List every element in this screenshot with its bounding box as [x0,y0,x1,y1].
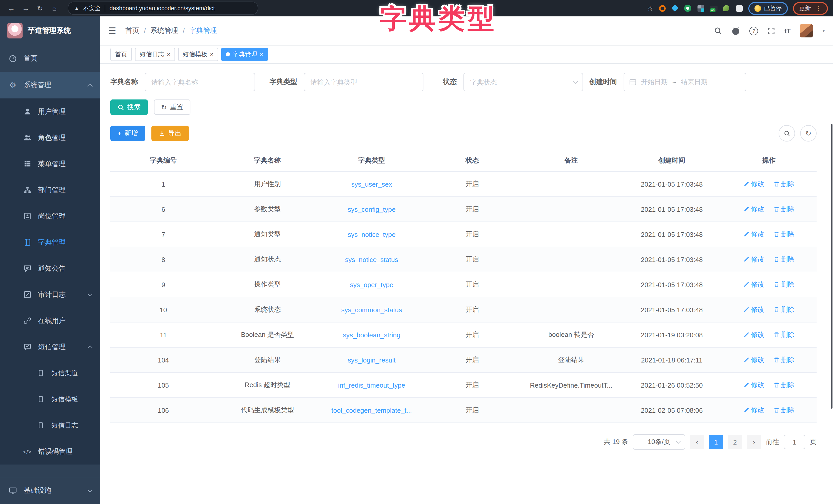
breadcrumb-separator: / [144,27,146,34]
sidebar-item-user[interactable]: 用户管理 [0,98,100,125]
dict-name-input[interactable] [145,73,255,91]
sidebar-item-dict[interactable]: 字典管理 [0,229,100,255]
breadcrumb-item[interactable]: 系统管理 [150,26,178,35]
dashboard-icon [8,54,18,62]
tab-sms-template[interactable]: 短信模板 × [178,48,218,61]
tab-home[interactable]: 首页 [110,48,132,61]
delete-link[interactable]: 删除 [774,179,794,189]
sidebar-item-errcode[interactable]: </> 错误码管理 [0,438,100,464]
close-icon[interactable]: × [210,51,214,57]
scrollbar-thumb[interactable] [831,124,832,409]
dict-type-link[interactable]: sys_config_type [348,205,396,213]
sidebar-item-sms-channel[interactable]: 短信渠道 [0,360,100,386]
edit-link[interactable]: 修改 [743,205,764,214]
delete-link[interactable]: 删除 [774,280,794,289]
profile-paused-button[interactable]: 已暂停 [748,2,788,15]
delete-link[interactable]: 删除 [774,230,794,239]
dict-type-link[interactable]: inf_redis_timeout_type [338,381,405,389]
edit-link[interactable]: 修改 [743,280,764,289]
hamburger-icon[interactable]: ☰ [108,25,116,36]
sidebar-item-audit[interactable]: 审计日志 [0,281,100,308]
dict-type-link[interactable]: tool_codegen_template_t... [331,406,412,414]
delete-link[interactable]: 删除 [774,330,794,339]
date-range-picker[interactable]: 开始日期 ~ 结束日期 [624,73,746,91]
close-icon[interactable]: × [260,51,263,57]
sidebar-item-sms-log[interactable]: 短信日志 [0,412,100,438]
github-icon[interactable] [731,26,740,35]
browser-forward-icon[interactable]: → [20,2,32,14]
extension-leaf-icon[interactable] [722,4,730,12]
sidebar-item-menu[interactable]: 菜单管理 [0,151,100,177]
dict-type-link[interactable]: sys_boolean_string [343,331,400,339]
sidebar-item-dept[interactable]: 部门管理 [0,177,100,203]
browser-home-icon[interactable]: ⌂ [48,2,61,14]
extension-puzzle-icon[interactable] [735,4,743,12]
page-size-select[interactable]: 10条/页 [633,434,685,450]
tab-dict[interactable]: 字典管理 × [221,48,268,61]
search-button[interactable]: 搜索 [110,99,148,115]
reset-button[interactable]: ↻ 重置 [154,99,190,115]
edit-link[interactable]: 修改 [743,355,764,364]
prev-page-button[interactable]: ‹ [690,435,704,449]
browser-update-button[interactable]: 更新 ⋮ [793,2,828,15]
dict-type-link[interactable]: sys_oper_type [350,281,394,288]
delete-link[interactable]: 删除 [774,255,794,264]
status-select[interactable] [463,73,583,91]
sidebar-item-infra[interactable]: 基础设施 [0,477,100,504]
extension-gem-icon[interactable] [671,4,679,12]
refresh-icon[interactable]: ↻ [800,125,816,142]
sidebar-item-online[interactable]: 在线用户 [0,308,100,334]
dict-type-input[interactable] [304,73,423,91]
browser-reload-icon[interactable]: ↻ [34,2,46,14]
extension-grid-icon[interactable] [697,4,705,12]
dict-type-link[interactable]: sys_login_result [348,356,396,364]
sidebar-item-system[interactable]: ⚙ 系统管理 [0,72,100,98]
edit-link[interactable]: 修改 [743,406,764,415]
cell-create-time: 2021-01-05 17:03:48 [641,205,703,213]
close-icon[interactable]: × [167,51,170,57]
help-icon[interactable]: ? [749,26,758,35]
edit-link[interactable]: 修改 [743,255,764,264]
delete-link[interactable]: 删除 [774,355,794,364]
sidebar-item-role[interactable]: 角色管理 [0,125,100,151]
browser-back-icon[interactable]: ← [5,2,18,14]
goto-page-input[interactable] [784,435,805,449]
delete-link[interactable]: 删除 [774,305,794,314]
edit-link[interactable]: 修改 [743,330,764,339]
extension-green-icon[interactable] [684,4,692,12]
search-icon[interactable] [714,27,722,35]
sidebar-item-home[interactable]: 首页 [0,45,100,72]
edit-link[interactable]: 修改 [743,305,764,314]
breadcrumb-item[interactable]: 首页 [125,26,139,35]
delete-link[interactable]: 删除 [774,406,794,415]
delete-link[interactable]: 删除 [774,205,794,214]
delete-link[interactable]: 删除 [774,380,794,390]
edit-link[interactable]: 修改 [743,230,764,239]
dict-type-link[interactable]: sys_notice_status [345,256,398,263]
edit-link[interactable]: 修改 [743,380,764,390]
sidebar-item-post[interactable]: 岗位管理 [0,203,100,229]
address-bar[interactable]: ▲ 不安全 dashboard.yudao.iocoder.cn/system/… [68,2,258,15]
page-button-1[interactable]: 1 [709,435,723,449]
browser-menu-icon[interactable]: ⋮ [815,5,822,12]
caret-down-icon[interactable]: ▾ [823,28,825,33]
search-toggle-icon[interactable] [779,125,795,142]
fullscreen-icon[interactable] [767,27,775,34]
dict-type-link[interactable]: sys_common_status [341,306,402,313]
text-size-icon[interactable]: tT [784,27,791,34]
dict-type-link[interactable]: sys_user_sex [351,180,392,188]
sidebar-item-notice[interactable]: 通知公告 [0,255,100,281]
bookmark-star-icon[interactable]: ☆ [647,4,653,12]
tab-sms-log[interactable]: 短信日志 × [135,48,175,61]
add-button[interactable]: + 新增 [110,126,145,141]
page-button-2[interactable]: 2 [728,435,742,449]
extension-on-icon[interactable]: on [710,6,717,11]
next-page-button[interactable]: › [747,435,761,449]
edit-link[interactable]: 修改 [743,179,764,189]
dict-type-link[interactable]: sys_notice_type [348,230,396,238]
sidebar-item-sms-template[interactable]: 短信模板 [0,386,100,412]
sidebar-item-sms[interactable]: 短信管理 [0,334,100,360]
export-button[interactable]: 导出 [151,126,189,141]
avatar[interactable] [800,24,813,37]
extension-orange-icon[interactable] [658,4,666,12]
